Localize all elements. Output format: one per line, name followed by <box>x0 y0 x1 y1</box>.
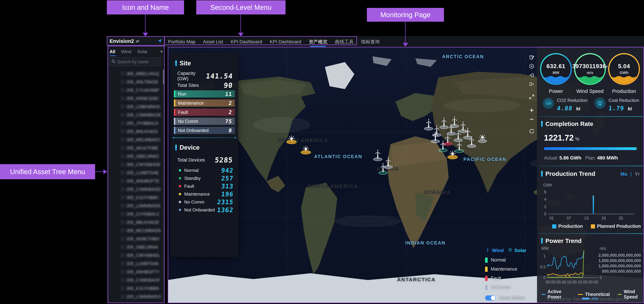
turbine-marker[interactable] <box>374 149 382 160</box>
asset-item[interactable]: +205_ANLTBADE <box>107 78 162 86</box>
asset-item[interactable]: +305_KRNE1EBC <box>107 94 162 102</box>
expander-icon[interactable]: + <box>121 278 124 282</box>
sun-marker[interactable] <box>302 146 309 153</box>
zoom-out-icon[interactable] <box>527 115 536 124</box>
asset-item[interactable]: +305_KJUYHBBC <box>107 194 162 202</box>
asset-item[interactable]: +205_GYHNBALC <box>107 210 162 218</box>
tab-solar[interactable]: Solar <box>137 49 148 54</box>
asset-item[interactable]: +205_CSMMBAOE <box>107 111 162 119</box>
collapse-icon[interactable]: ⇌ <box>136 38 140 44</box>
menu-item-2[interactable]: Asset List <box>203 36 223 48</box>
expander-icon[interactable]: + <box>121 130 124 133</box>
turbine-marker[interactable] <box>425 119 432 129</box>
turbine-marker[interactable] <box>432 132 439 142</box>
menu-item-4[interactable]: KPI Dashboard <box>270 36 301 48</box>
turbine-marker[interactable] <box>451 116 458 126</box>
expander-icon[interactable]: + <box>121 88 124 92</box>
asset-item[interactable]: +205_LSMWBADE <box>107 202 162 210</box>
legend-planned-production[interactable]: Planned Production <box>591 224 641 229</box>
sun-marker[interactable] <box>479 134 486 142</box>
expander-icon[interactable]: + <box>121 270 124 274</box>
expander-icon[interactable]: + <box>121 254 124 257</box>
expander-icon[interactable]: + <box>121 229 124 232</box>
expander-icon[interactable]: + <box>121 146 124 150</box>
legend-production[interactable]: Production <box>552 224 583 229</box>
expander-icon[interactable]: + <box>121 188 124 191</box>
pin-icon[interactable] <box>158 38 162 44</box>
scrollbar-thumb[interactable] <box>163 70 164 84</box>
turbine-marker[interactable] <box>456 141 463 152</box>
asset-item[interactable]: +205_LSMWBADO <box>107 292 162 301</box>
tab-wind[interactable]: Wind <box>121 49 131 54</box>
search-input[interactable]: Search by name <box>109 58 161 66</box>
expander-icon[interactable]: + <box>121 204 124 208</box>
turbine-marker[interactable] <box>440 117 448 128</box>
menu-item-5[interactable]: 资产概览 <box>309 36 327 48</box>
turbine-marker[interactable] <box>379 163 387 173</box>
expander-icon[interactable]: + <box>121 154 124 158</box>
asset-item[interactable]: +205_LDBKMNHG <box>107 102 162 111</box>
asset-item[interactable]: +305_MELWBADC <box>107 136 162 144</box>
asset-item[interactable]: +205_LLWBTDAK <box>107 260 162 268</box>
expander-icon[interactable]: + <box>121 262 124 265</box>
asset-item[interactable]: +205_JYHBBALD <box>107 119 162 127</box>
asset-item[interactable]: +205_BNLKHAGI <box>107 127 162 136</box>
panel-right-icon[interactable] <box>527 71 536 80</box>
turbine-marker[interactable] <box>468 136 476 146</box>
gear-icon[interactable] <box>527 62 536 71</box>
asset-item[interactable]: +305_CWYABHDE <box>107 160 162 168</box>
expander-icon[interactable]: + <box>121 286 124 290</box>
expander-icon[interactable]: + <box>121 295 124 298</box>
refresh-icon[interactable] <box>527 127 536 136</box>
asset-item[interactable]: +205_CYUAHSBF <box>107 86 162 94</box>
menu-item-7[interactable]: 指标查询 <box>361 36 380 48</box>
tabs-caret-icon[interactable]: ▾ <box>160 49 162 54</box>
menu-item-3[interactable]: KPI Dashboard <box>231 36 262 48</box>
asset-item[interactable]: +205_GBELMNIA <box>107 243 162 251</box>
legend-theoretical[interactable]: Theoretical <box>578 292 610 297</box>
toggle-mo[interactable]: Mo <box>620 171 627 177</box>
sidebar-scrollbar[interactable] <box>163 70 164 302</box>
expander-icon[interactable]: + <box>121 72 124 75</box>
expander-icon[interactable]: + <box>121 138 124 142</box>
expander-icon[interactable]: + <box>121 179 124 183</box>
menu-item-1[interactable]: Portfolio Map <box>168 36 196 48</box>
expander-icon[interactable]: + <box>121 237 124 240</box>
panel-left-icon[interactable] <box>527 80 536 88</box>
asset-item[interactable]: +205_ANHBGFTY <box>107 268 162 276</box>
expander-icon[interactable]: + <box>121 245 124 249</box>
sun-marker[interactable] <box>449 150 456 158</box>
expander-icon[interactable]: + <box>121 105 124 108</box>
asset-item[interactable]: +205_CXMKBAOD <box>107 185 162 194</box>
asset-status-toggle[interactable] <box>485 296 496 300</box>
expander-icon[interactable]: + <box>121 220 124 224</box>
turbine-marker[interactable] <box>439 140 447 151</box>
expander-icon[interactable]: + <box>121 113 124 117</box>
expand-icon[interactable] <box>527 92 536 101</box>
expander-icon[interactable]: + <box>121 97 124 100</box>
expander-icon[interactable]: + <box>121 163 124 166</box>
asset-item[interactable]: +305_CWYABHDL <box>107 251 162 260</box>
asset-item[interactable]: +305_MCLWBADN <box>107 226 162 235</box>
expander-icon[interactable]: + <box>121 212 124 216</box>
asset-item[interactable]: +205_GBELMNIO <box>107 152 162 160</box>
legend-solar-label[interactable]: Solar <box>514 248 526 253</box>
asset-item[interactable]: +205_AKULTHBE <box>107 144 162 152</box>
sun-marker[interactable] <box>288 135 295 143</box>
zoom-in-icon[interactable] <box>527 106 536 115</box>
pager-pill-active[interactable] <box>582 298 590 300</box>
toggle-yr[interactable]: Yr <box>635 171 640 177</box>
asset-item[interactable]: +305_WBELHIGQ <box>107 70 162 78</box>
asset-item[interactable]: +205_AKMLTHBO <box>107 235 162 243</box>
edit-icon[interactable] <box>527 53 536 62</box>
expander-icon[interactable]: + <box>121 122 124 125</box>
asset-item[interactable]: +205_BBLKHAGE <box>107 218 162 226</box>
pager-pill[interactable] <box>591 298 598 300</box>
asset-item[interactable]: +205_CXMKBAOF <box>107 276 162 284</box>
asset-item[interactable]: +205_LLWBTDAE <box>107 168 162 177</box>
menu-item-6[interactable]: 曲线工具 <box>335 36 354 48</box>
tab-all[interactable]: All <box>110 49 115 54</box>
asset-item[interactable]: +205_ANHBGFTE <box>107 177 162 185</box>
expander-icon[interactable]: + <box>121 80 124 84</box>
asset-item[interactable]: +305_KJUYHBBN <box>107 284 162 292</box>
